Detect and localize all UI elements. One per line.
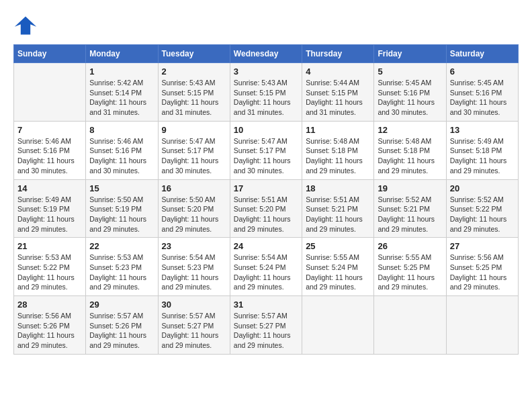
day-info: Sunrise: 5:52 AMSunset: 5:21 PMDaylight:… [378, 195, 442, 234]
calendar-cell: 21Sunrise: 5:53 AMSunset: 5:22 PMDayligh… [14, 238, 86, 296]
day-number: 14 [17, 183, 82, 193]
day-info: Sunrise: 5:45 AMSunset: 5:16 PMDaylight:… [450, 78, 515, 118]
page-header [13, 13, 519, 38]
day-number: 13 [450, 125, 515, 135]
day-number: 9 [162, 125, 226, 135]
day-info: Sunrise: 5:46 AMSunset: 5:16 PMDaylight:… [17, 136, 82, 176]
calendar-cell: 16Sunrise: 5:50 AMSunset: 5:20 PMDayligh… [158, 179, 230, 238]
calendar-cell: 22Sunrise: 5:53 AMSunset: 5:23 PMDayligh… [86, 238, 158, 296]
logo [13, 13, 40, 38]
calendar-cell: 26Sunrise: 5:55 AMSunset: 5:25 PMDayligh… [374, 238, 446, 296]
calendar-week-row: 21Sunrise: 5:53 AMSunset: 5:22 PMDayligh… [14, 238, 519, 296]
day-info: Sunrise: 5:57 AMSunset: 5:26 PMDaylight:… [89, 311, 154, 351]
day-number: 4 [306, 66, 370, 77]
weekday-header: Thursday [302, 45, 374, 63]
day-number: 7 [17, 125, 82, 135]
day-number: 2 [162, 66, 226, 77]
calendar-cell: 5Sunrise: 5:45 AMSunset: 5:16 PMDaylight… [374, 63, 446, 122]
calendar-cell [302, 296, 374, 355]
calendar-week-row: 1Sunrise: 5:42 AMSunset: 5:14 PMDaylight… [14, 63, 519, 122]
day-number: 24 [234, 241, 298, 251]
calendar-cell [14, 63, 86, 122]
day-info: Sunrise: 5:46 AMSunset: 5:16 PMDaylight:… [89, 136, 154, 176]
calendar-cell: 9Sunrise: 5:47 AMSunset: 5:17 PMDaylight… [158, 121, 230, 179]
calendar-cell: 6Sunrise: 5:45 AMSunset: 5:16 PMDaylight… [446, 63, 518, 122]
calendar-cell: 30Sunrise: 5:57 AMSunset: 5:27 PMDayligh… [158, 296, 230, 355]
day-info: Sunrise: 5:43 AMSunset: 5:15 PMDaylight:… [162, 78, 226, 118]
day-info: Sunrise: 5:43 AMSunset: 5:15 PMDaylight:… [234, 78, 298, 118]
day-info: Sunrise: 5:50 AMSunset: 5:20 PMDaylight:… [162, 195, 226, 234]
day-info: Sunrise: 5:54 AMSunset: 5:24 PMDaylight:… [234, 253, 298, 292]
day-info: Sunrise: 5:53 AMSunset: 5:22 PMDaylight:… [17, 253, 82, 292]
day-number: 29 [89, 300, 154, 310]
day-info: Sunrise: 5:55 AMSunset: 5:25 PMDaylight:… [378, 253, 442, 292]
day-number: 21 [17, 241, 82, 251]
calendar-week-row: 7Sunrise: 5:46 AMSunset: 5:16 PMDaylight… [14, 121, 519, 179]
day-number: 1 [89, 66, 154, 77]
calendar-week-row: 28Sunrise: 5:56 AMSunset: 5:26 PMDayligh… [14, 296, 519, 355]
day-info: Sunrise: 5:51 AMSunset: 5:21 PMDaylight:… [306, 195, 370, 234]
calendar-cell: 28Sunrise: 5:56 AMSunset: 5:26 PMDayligh… [14, 296, 86, 355]
calendar-cell [446, 296, 518, 355]
day-info: Sunrise: 5:48 AMSunset: 5:18 PMDaylight:… [306, 136, 370, 176]
day-number: 6 [450, 66, 515, 77]
calendar-cell: 7Sunrise: 5:46 AMSunset: 5:16 PMDaylight… [14, 121, 86, 179]
calendar-cell: 20Sunrise: 5:52 AMSunset: 5:22 PMDayligh… [446, 179, 518, 238]
weekday-header: Monday [86, 45, 158, 63]
calendar-cell: 25Sunrise: 5:55 AMSunset: 5:24 PMDayligh… [302, 238, 374, 296]
day-info: Sunrise: 5:57 AMSunset: 5:27 PMDaylight:… [234, 311, 298, 351]
day-number: 31 [234, 300, 298, 310]
calendar-cell: 15Sunrise: 5:50 AMSunset: 5:19 PMDayligh… [86, 179, 158, 238]
weekday-header: Friday [374, 45, 446, 63]
day-number: 11 [306, 125, 370, 135]
day-number: 25 [306, 241, 370, 251]
calendar-cell: 24Sunrise: 5:54 AMSunset: 5:24 PMDayligh… [230, 238, 302, 296]
day-number: 3 [234, 66, 298, 77]
day-number: 30 [162, 300, 226, 310]
calendar-cell: 18Sunrise: 5:51 AMSunset: 5:21 PMDayligh… [302, 179, 374, 238]
calendar-cell: 1Sunrise: 5:42 AMSunset: 5:14 PMDaylight… [86, 63, 158, 122]
calendar-cell: 8Sunrise: 5:46 AMSunset: 5:16 PMDaylight… [86, 121, 158, 179]
calendar-cell: 29Sunrise: 5:57 AMSunset: 5:26 PMDayligh… [86, 296, 158, 355]
calendar-cell: 17Sunrise: 5:51 AMSunset: 5:20 PMDayligh… [230, 179, 302, 238]
day-info: Sunrise: 5:55 AMSunset: 5:24 PMDaylight:… [306, 253, 370, 292]
weekday-header: Tuesday [158, 45, 230, 63]
calendar-cell [374, 296, 446, 355]
day-number: 18 [306, 183, 370, 193]
day-info: Sunrise: 5:47 AMSunset: 5:17 PMDaylight:… [162, 136, 226, 176]
day-info: Sunrise: 5:56 AMSunset: 5:26 PMDaylight:… [17, 311, 82, 351]
day-number: 15 [89, 183, 154, 193]
day-info: Sunrise: 5:53 AMSunset: 5:23 PMDaylight:… [89, 253, 154, 292]
day-info: Sunrise: 5:54 AMSunset: 5:23 PMDaylight:… [162, 253, 226, 292]
calendar-cell: 23Sunrise: 5:54 AMSunset: 5:23 PMDayligh… [158, 238, 230, 296]
day-info: Sunrise: 5:44 AMSunset: 5:15 PMDaylight:… [306, 78, 370, 118]
calendar-cell: 10Sunrise: 5:47 AMSunset: 5:17 PMDayligh… [230, 121, 302, 179]
day-info: Sunrise: 5:51 AMSunset: 5:20 PMDaylight:… [234, 195, 298, 234]
logo-icon [13, 13, 38, 38]
day-number: 19 [378, 183, 442, 193]
calendar-cell: 14Sunrise: 5:49 AMSunset: 5:19 PMDayligh… [14, 179, 86, 238]
calendar-cell: 4Sunrise: 5:44 AMSunset: 5:15 PMDaylight… [302, 63, 374, 122]
day-number: 12 [378, 125, 442, 135]
day-info: Sunrise: 5:49 AMSunset: 5:18 PMDaylight:… [450, 136, 515, 176]
calendar-cell: 3Sunrise: 5:43 AMSunset: 5:15 PMDaylight… [230, 63, 302, 122]
day-number: 20 [450, 183, 515, 193]
calendar-week-row: 14Sunrise: 5:49 AMSunset: 5:19 PMDayligh… [14, 179, 519, 238]
day-number: 17 [234, 183, 298, 193]
day-info: Sunrise: 5:56 AMSunset: 5:25 PMDaylight:… [450, 253, 515, 292]
day-number: 26 [378, 241, 442, 251]
weekday-header: Saturday [446, 45, 518, 63]
day-number: 27 [450, 241, 515, 251]
day-info: Sunrise: 5:42 AMSunset: 5:14 PMDaylight:… [89, 78, 154, 118]
day-number: 23 [162, 241, 226, 251]
weekday-header: Sunday [14, 45, 86, 63]
calendar-cell: 19Sunrise: 5:52 AMSunset: 5:21 PMDayligh… [374, 179, 446, 238]
day-info: Sunrise: 5:49 AMSunset: 5:19 PMDaylight:… [17, 195, 82, 234]
weekday-header: Wednesday [230, 45, 302, 63]
day-number: 28 [17, 300, 82, 310]
calendar-cell: 12Sunrise: 5:48 AMSunset: 5:18 PMDayligh… [374, 121, 446, 179]
day-number: 5 [378, 66, 442, 77]
day-number: 16 [162, 183, 226, 193]
day-number: 22 [89, 241, 154, 251]
day-number: 10 [234, 125, 298, 135]
